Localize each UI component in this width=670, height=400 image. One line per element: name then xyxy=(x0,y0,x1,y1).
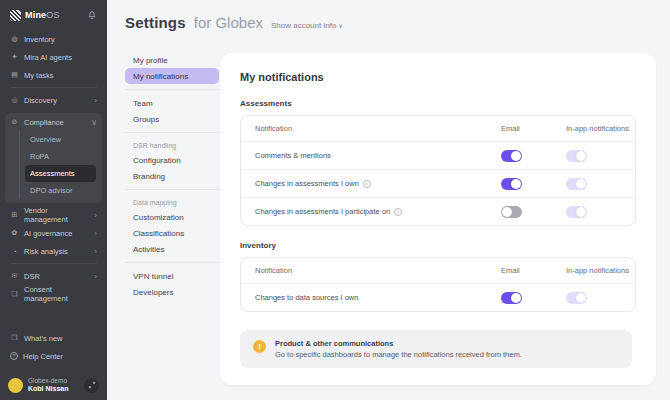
settings-nav-activities[interactable]: Activities xyxy=(125,241,219,257)
page-title: Settings xyxy=(125,14,186,31)
row-label: Changes to data sources I own xyxy=(241,293,501,302)
notifications-card: My notifications Assessments Notificatio… xyxy=(220,53,656,385)
sidebar-item-dpo-advisor[interactable]: DPO advisor xyxy=(25,182,96,199)
column-header-notification: Notification xyxy=(241,124,501,133)
table-row: Changes to data sources I own xyxy=(241,283,635,311)
sidebar-item-ropa[interactable]: RoPA xyxy=(25,148,96,165)
settings-nav-branding[interactable]: Branding xyxy=(125,168,219,184)
sparkle-icon: ✦ xyxy=(10,53,19,61)
cart-icon: ⊞ xyxy=(10,211,19,219)
sidebar-item-inventory[interactable]: ◍ Inventory xyxy=(0,30,107,48)
nav-label: VPN tunnel xyxy=(133,272,173,281)
settings-nav-groups[interactable]: Groups xyxy=(125,111,219,127)
assessments-table: Notification Email In-app notifications … xyxy=(240,115,636,226)
toggle-knob xyxy=(511,293,521,303)
toggle-knob xyxy=(511,151,521,161)
table-header-row: Notification Email In-app notifications xyxy=(241,116,635,141)
row-label: Changes in assessments I own xyxy=(255,179,359,188)
inventory-table: Notification Email In-app notifications … xyxy=(240,257,636,312)
sidebar-item-label: Risk analysis xyxy=(24,247,68,256)
settings-nav-team[interactable]: Team xyxy=(125,95,219,111)
table-row: Comments & mentions xyxy=(241,141,635,169)
card-title: My notifications xyxy=(240,71,636,83)
section-label-data-mapping: Data mapping xyxy=(125,195,219,209)
page-header: Settings for Globex Show account info ∨ xyxy=(125,14,343,31)
info-icon[interactable]: i xyxy=(394,208,402,216)
sidebar-item-help-center[interactable]: ? Help Center xyxy=(0,347,107,365)
sidebar-item-mira-ai-agents[interactable]: ✦ Mira AI agents xyxy=(0,48,107,66)
banner-text: Product & other communications Go to spe… xyxy=(275,339,522,359)
toggle-knob xyxy=(576,207,586,217)
in-app-toggle[interactable] xyxy=(566,292,587,304)
sidebar-item-compliance[interactable]: ⊘ Compliance ∨ xyxy=(5,113,102,131)
sidebar-item-consent-management[interactable]: ❏ Consent management xyxy=(0,285,107,303)
avatar xyxy=(8,378,23,393)
help-icon: ? xyxy=(10,352,18,360)
nav-label: Customization xyxy=(133,213,184,222)
in-app-toggle[interactable] xyxy=(566,150,587,162)
nav-label: Team xyxy=(133,99,153,108)
sidebar-item-risk-analysis[interactable]: ◔ Risk analysis › xyxy=(0,242,107,260)
sidebar-item-label: Consent management xyxy=(24,285,97,303)
sidebar-divider xyxy=(10,87,97,88)
envelope-icon: ✉ xyxy=(10,272,19,280)
nav-label: Classifications xyxy=(133,229,184,238)
nav-label: My notifications xyxy=(133,72,188,81)
settings-nav-my-notifications[interactable]: My notifications xyxy=(125,68,219,84)
banner-description: Go to specific dashboards to manage the … xyxy=(275,350,522,359)
sidebar-item-whats-new[interactable]: ❐ What's new xyxy=(0,329,107,347)
consent-icon: ❏ xyxy=(10,290,19,298)
app-logo[interactable]: MineOS xyxy=(25,10,60,20)
sidebar-item-my-tasks[interactable]: ▤ My tasks xyxy=(0,66,107,84)
nav-label: Configuration xyxy=(133,156,181,165)
email-toggle[interactable] xyxy=(501,292,522,304)
settings-nav-vpn-tunnel[interactable]: VPN tunnel xyxy=(125,268,219,284)
settings-nav-developers[interactable]: Developers xyxy=(125,284,219,300)
email-toggle[interactable] xyxy=(501,206,522,218)
nav-label: Groups xyxy=(133,115,159,124)
settings-nav-customization[interactable]: Customization xyxy=(125,209,219,225)
notifications-bell-icon[interactable] xyxy=(87,10,97,21)
nav-label: Branding xyxy=(133,172,165,181)
settings-nav-configuration[interactable]: Configuration xyxy=(125,152,219,168)
column-header-in-app: In-app notifications xyxy=(566,266,635,275)
sidebar-divider xyxy=(10,263,97,264)
sidebar-item-ai-governance[interactable]: ✿ AI governance › xyxy=(0,224,107,242)
email-toggle[interactable] xyxy=(501,150,522,162)
section-label-assessments: Assessments xyxy=(240,99,636,108)
email-toggle[interactable] xyxy=(501,178,522,190)
sub-item-label: Overview xyxy=(30,135,61,144)
settings-nav-my-profile[interactable]: My profile xyxy=(125,52,219,68)
toggle-knob xyxy=(576,179,586,189)
main-area: Settings for Globex Show account info ∨ … xyxy=(107,0,670,400)
sidebar-item-assessments[interactable]: Assessments xyxy=(25,165,96,182)
logo-text-light: OS xyxy=(46,10,59,20)
sidebar-collapse-button[interactable] xyxy=(84,378,99,393)
nav-divider xyxy=(125,189,219,190)
sidebar-item-dsr[interactable]: ✉ DSR › xyxy=(0,267,107,285)
sidebar-item-vendor-management[interactable]: ⊞ Vendor management › xyxy=(0,206,107,224)
user-row[interactable]: Globex-demo Kobi Nissan xyxy=(0,370,107,400)
user-info: Globex-demo Kobi Nissan xyxy=(28,377,68,394)
sidebar-footer: ❐ What's new ? Help Center Globex-demo K… xyxy=(0,329,107,400)
table-row: Changes in assessments I owni xyxy=(241,169,635,197)
sidebar-item-label: Mira AI agents xyxy=(24,53,72,62)
compass-icon: ⊘ xyxy=(10,118,19,126)
sidebar-item-overview[interactable]: Overview xyxy=(25,131,96,148)
show-account-info-link[interactable]: Show account info ∨ xyxy=(271,21,343,30)
nav-divider xyxy=(125,89,219,90)
in-app-toggle[interactable] xyxy=(566,178,587,190)
toggle-knob xyxy=(576,151,586,161)
in-app-toggle[interactable] xyxy=(566,206,587,218)
sub-item-label: RoPA xyxy=(30,152,49,161)
column-header-email: Email xyxy=(501,124,566,133)
compliance-children: Overview RoPA Assessments DPO advisor xyxy=(19,131,96,199)
column-header-in-app: In-app notifications xyxy=(566,124,635,133)
inventory-icon: ◍ xyxy=(10,35,19,43)
sidebar-item-label: Compliance xyxy=(24,118,64,127)
settings-nav-classifications[interactable]: Classifications xyxy=(125,225,219,241)
chevron-down-icon: ∨ xyxy=(91,118,97,127)
warning-icon: ! xyxy=(253,340,266,353)
sidebar-item-discovery[interactable]: ◎ Discovery › xyxy=(0,91,107,109)
info-icon[interactable]: i xyxy=(363,180,371,188)
